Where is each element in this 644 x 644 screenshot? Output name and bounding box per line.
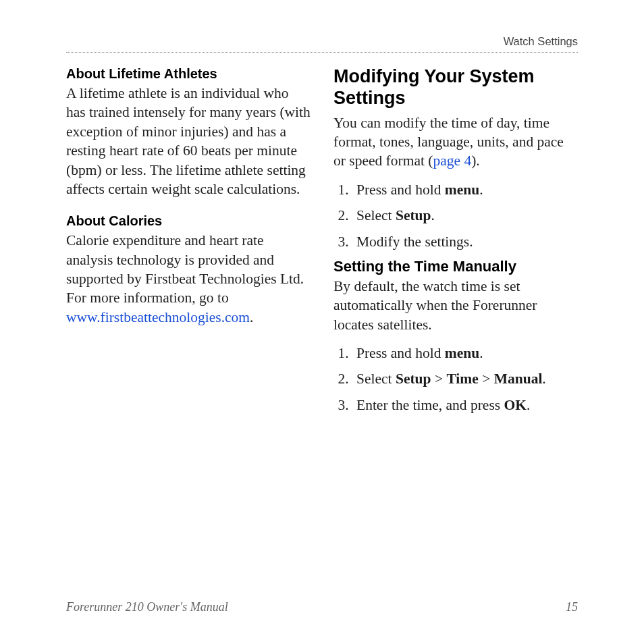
text: Modify the settings.: [356, 234, 473, 250]
bold-menu: menu: [445, 182, 479, 198]
bold-menu: menu: [445, 345, 479, 361]
paragraph-lifetime-athletes: A lifetime athlete is an individual who …: [66, 84, 311, 198]
text: .: [479, 345, 483, 361]
bold-time: Time: [446, 371, 478, 387]
paragraph-time-manual: By default, the watch time is set automa…: [333, 277, 578, 334]
footer-manual-title: Forerunner 210 Owner's Manual: [66, 600, 228, 614]
text: >: [479, 371, 494, 387]
content-columns: About Lifetime Athletes A lifetime athle…: [66, 66, 578, 421]
step-item: Select Setup.: [352, 206, 578, 225]
heading-setting-time-manually: Setting the Time Manually: [333, 258, 578, 275]
bold-setup: Setup: [396, 207, 431, 223]
bold-ok: OK: [504, 397, 527, 413]
text: .: [250, 309, 253, 325]
right-column: Modifying Your System Settings You can m…: [333, 66, 578, 421]
running-header: Watch Settings: [66, 35, 578, 53]
step-item: Modify the settings.: [352, 232, 578, 251]
text: >: [431, 371, 447, 387]
link-page-4[interactable]: page 4: [433, 153, 471, 169]
text: ).: [471, 153, 480, 169]
heading-calories: About Calories: [66, 213, 311, 229]
text: Press and hold: [356, 182, 445, 198]
footer-page-number: 15: [566, 600, 578, 614]
text: Select: [356, 207, 396, 223]
bold-manual: Manual: [494, 371, 543, 387]
heading-lifetime-athletes: About Lifetime Athletes: [66, 66, 311, 82]
page: Watch Settings About Lifetime Athletes A…: [0, 0, 644, 644]
steps-time-manual: Press and hold menu. Select Setup > Time…: [333, 344, 578, 414]
steps-system-settings: Press and hold menu. Select Setup. Modif…: [333, 180, 578, 251]
text: .: [527, 397, 530, 413]
text: Press and hold: [356, 345, 445, 361]
text: .: [431, 207, 435, 223]
text: .: [479, 182, 483, 198]
bold-setup: Setup: [396, 371, 431, 387]
text: Select: [356, 371, 396, 387]
left-column: About Lifetime Athletes A lifetime athle…: [66, 66, 311, 421]
text: .: [542, 371, 545, 387]
step-item: Enter the time, and press OK.: [352, 396, 578, 414]
heading-modifying-system-settings: Modifying Your System Settings: [333, 66, 578, 109]
paragraph-calories: Calorie expenditure and heart rate analy…: [66, 231, 311, 327]
step-item: Press and hold menu.: [352, 180, 578, 199]
text: Enter the time, and press: [356, 397, 504, 413]
step-item: Select Setup > Time > Manual.: [352, 369, 578, 388]
step-item: Press and hold menu.: [352, 344, 578, 363]
text: Calorie expenditure and heart rate analy…: [66, 232, 304, 306]
paragraph-system-intro: You can modify the time of day, time for…: [333, 113, 578, 171]
page-footer: Forerunner 210 Owner's Manual 15: [66, 600, 578, 614]
link-firstbeat[interactable]: www.firstbeattechnologies.com: [66, 309, 250, 325]
